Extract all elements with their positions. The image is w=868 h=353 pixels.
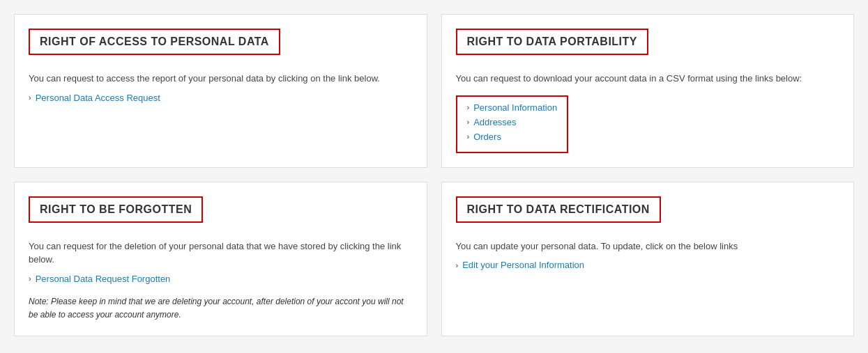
card-forgotten-link-item: › Personal Data Request Forgotten: [29, 274, 413, 284]
card-access-description: You can request to access the report of …: [29, 72, 413, 86]
card-forgotten-description: You can request for the deletion of your…: [29, 240, 413, 267]
card-rectification-links: › Edit your Personal Information: [456, 260, 840, 270]
personal-data-request-forgotten-link[interactable]: Personal Data Request Forgotten: [36, 274, 171, 284]
chevron-icon-2: ›: [467, 118, 470, 126]
card-portability: RIGHT TO DATA PORTABILITY You can reques…: [441, 14, 855, 168]
card-portability-title: RIGHT TO DATA PORTABILITY: [467, 36, 637, 47]
chevron-icon-1: ›: [467, 103, 470, 111]
chevron-icon-5: ›: [456, 261, 459, 269]
card-portability-title-box: RIGHT TO DATA PORTABILITY: [456, 29, 648, 55]
card-forgotten-links: › Personal Data Request Forgotten: [29, 274, 413, 284]
card-rectification-link-item: › Edit your Personal Information: [456, 260, 840, 270]
card-rectification-description: You can update your personal data. To up…: [456, 240, 840, 253]
card-forgotten-title-box: RIGHT TO BE FORGOTTEN: [29, 196, 203, 223]
orders-link[interactable]: Orders: [473, 132, 501, 142]
card-access-header: RIGHT OF ACCESS TO PERSONAL DATA: [29, 29, 413, 65]
chevron-icon: ›: [29, 93, 31, 102]
card-access-title-box: RIGHT OF ACCESS TO PERSONAL DATA: [29, 29, 280, 55]
card-portability-header: RIGHT TO DATA PORTABILITY: [456, 29, 840, 65]
card-rectification-title-box: RIGHT TO DATA RECTIFICATION: [456, 196, 661, 223]
card-forgotten-note: Note: Please keep in mind that we are de…: [29, 295, 413, 322]
card-forgotten: RIGHT TO BE FORGOTTEN You can request fo…: [14, 182, 427, 336]
card-rectification: RIGHT TO DATA RECTIFICATION You can upda…: [441, 182, 855, 336]
card-access: RIGHT OF ACCESS TO PERSONAL DATA You can…: [14, 14, 427, 168]
chevron-icon-4: ›: [29, 274, 31, 283]
personal-information-link[interactable]: Personal Information: [473, 102, 557, 113]
main-grid: RIGHT OF ACCESS TO PERSONAL DATA You can…: [14, 14, 854, 336]
chevron-icon-3: ›: [467, 132, 470, 141]
card-forgotten-title: RIGHT TO BE FORGOTTEN: [40, 203, 192, 215]
portability-link-item-personal: › Personal Information: [467, 102, 558, 113]
addresses-link[interactable]: Addresses: [473, 117, 516, 127]
card-access-title: RIGHT OF ACCESS TO PERSONAL DATA: [40, 36, 269, 47]
edit-personal-information-link[interactable]: Edit your Personal Information: [462, 260, 584, 270]
portability-link-item-orders: › Orders: [467, 132, 558, 142]
card-rectification-title: RIGHT TO DATA RECTIFICATION: [467, 203, 650, 215]
card-access-link-item: › Personal Data Access Request: [29, 93, 413, 103]
card-forgotten-header: RIGHT TO BE FORGOTTEN: [29, 196, 413, 233]
personal-data-access-request-link[interactable]: Personal Data Access Request: [36, 93, 160, 103]
card-rectification-header: RIGHT TO DATA RECTIFICATION: [456, 196, 840, 233]
card-portability-description: You can request to download your account…: [456, 72, 840, 86]
portability-link-box: › Personal Information › Addresses › Ord…: [456, 95, 569, 153]
card-access-links: › Personal Data Access Request: [29, 93, 413, 103]
portability-link-item-addresses: › Addresses: [467, 117, 558, 127]
